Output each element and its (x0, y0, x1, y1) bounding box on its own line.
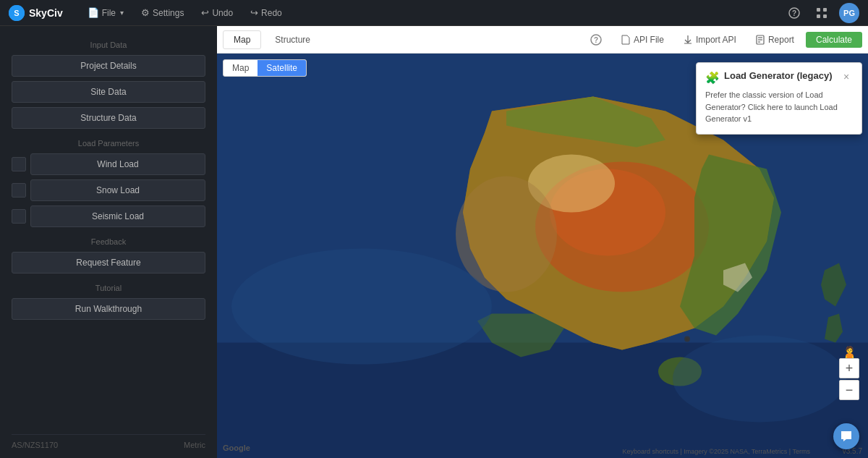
map-help-button[interactable]: ? (583, 31, 609, 48)
chat-widget[interactable] (833, 423, 859, 449)
svg-text:Google: Google (223, 444, 250, 452)
structure-data-button[interactable]: Structure Data (12, 107, 205, 129)
api-file-button[interactable]: API File (613, 32, 671, 48)
nav-settings-label: Settings (153, 8, 184, 18)
report-label: Report (768, 35, 794, 45)
puzzle-icon: 🧩 (705, 71, 720, 85)
topbar-nav: 📄 File ▾ ⚙ Settings ↩ Undo ↪ Redo (80, 4, 784, 21)
popup-body-text: Prefer the classic version of Load Gener… (705, 90, 838, 123)
main-area: Input Data Project Details Site Data Str… (0, 26, 868, 458)
sidebar: Input Data Project Details Site Data Str… (0, 26, 217, 458)
request-feature-button[interactable]: Request Feature (12, 252, 205, 273)
tab-map[interactable]: Map (223, 30, 261, 49)
nav-file-label: File (102, 8, 116, 18)
map-copyright: Keyboard shortcuts | Imagery ©2025 NASA,… (622, 448, 810, 455)
nav-undo[interactable]: ↩ Undo (194, 4, 240, 21)
logo-icon: S (9, 5, 25, 21)
svg-text:?: ? (594, 36, 598, 44)
redo-icon: ↪ (250, 7, 258, 18)
standard-label: AS/NZS1170 (12, 441, 58, 449)
project-details-button[interactable]: Project Details (12, 55, 205, 77)
snow-load-checkbox[interactable] (12, 183, 26, 198)
svg-rect-4 (817, 8, 820, 12)
nav-redo-label: Redo (261, 8, 282, 18)
svg-point-30 (673, 336, 846, 423)
logo[interactable]: S SkyCiv (9, 5, 63, 21)
seismic-load-checkbox[interactable] (12, 209, 26, 224)
apps-button[interactable] (812, 3, 832, 23)
avatar-text: PG (843, 9, 855, 17)
import-api-label: Import API (696, 35, 736, 45)
svg-point-24 (456, 177, 557, 292)
calculate-button[interactable]: Calculate (806, 32, 862, 48)
tab-structure[interactable]: Structure (264, 30, 321, 49)
tutorial-label: Tutorial (12, 284, 205, 292)
wind-load-button[interactable]: Wind Load (30, 153, 205, 175)
seismic-load-row: Seismic Load (12, 205, 205, 227)
topbar-right: ? PG (784, 3, 859, 23)
site-data-button[interactable]: Site Data (12, 81, 205, 103)
svg-rect-7 (823, 14, 827, 18)
file-icon: 📄 (88, 7, 99, 18)
logo-text: SkyCiv (29, 7, 63, 19)
svg-rect-6 (817, 14, 820, 18)
map-top-right: ? API File Import API Report Calculate (583, 31, 862, 48)
google-watermark: Google (223, 442, 259, 455)
svg-point-29 (231, 249, 492, 365)
run-walkthrough-button[interactable]: Run Walkthrough (12, 298, 205, 320)
sidebar-bottom: AS/NZS1170 Metric (12, 434, 205, 449)
view-satellite-button[interactable]: Satellite (258, 60, 306, 76)
popup-title: Load Generator (legacy) (724, 70, 835, 81)
zoom-controls: + − (839, 358, 859, 400)
zoom-in-button[interactable]: + (839, 358, 859, 378)
import-api-button[interactable]: Import API (676, 32, 744, 48)
map-container: Map Structure ? API File Import API (217, 26, 868, 458)
undo-icon: ↩ (201, 7, 209, 18)
api-file-label: API File (634, 35, 664, 45)
nav-settings[interactable]: ⚙ Settings (134, 4, 191, 21)
seismic-load-button[interactable]: Seismic Load (30, 205, 205, 227)
wind-load-checkbox[interactable] (12, 157, 26, 171)
view-map-button[interactable]: Map (224, 60, 258, 76)
settings-icon: ⚙ (141, 7, 150, 18)
input-data-label: Input Data (12, 41, 205, 49)
popup-header: 🧩 Load Generator (legacy) × (705, 70, 853, 85)
map-topbar: Map Structure ? API File Import API (217, 26, 868, 54)
snow-load-button[interactable]: Snow Load (30, 179, 205, 201)
load-generator-popup: 🧩 Load Generator (legacy) × Prefer the c… (696, 62, 862, 135)
help-button[interactable]: ? (784, 3, 804, 23)
snow-load-row: Snow Load (12, 179, 205, 201)
zoom-out-button[interactable]: − (839, 380, 859, 400)
wind-load-row: Wind Load (12, 153, 205, 175)
load-parameters-label: Load Parameters (12, 139, 205, 148)
close-icon: × (843, 71, 849, 82)
topbar: S SkyCiv 📄 File ▾ ⚙ Settings ↩ Undo ↪ Re… (0, 0, 868, 26)
map-view-switcher: Map Satellite (223, 59, 307, 77)
nav-file[interactable]: 📄 File ▾ (80, 4, 131, 21)
svg-point-32 (686, 338, 689, 341)
svg-text:?: ? (792, 9, 796, 17)
file-chevron-icon: ▾ (120, 9, 124, 17)
nav-undo-label: Undo (212, 8, 233, 18)
svg-rect-5 (823, 8, 827, 12)
popup-close-button[interactable]: × (840, 70, 853, 83)
report-button[interactable]: Report (748, 32, 801, 48)
nav-redo[interactable]: ↪ Redo (243, 4, 289, 21)
unit-label: Metric (184, 441, 205, 449)
popup-body: Prefer the classic version of Load Gener… (705, 89, 853, 125)
user-avatar[interactable]: PG (839, 3, 859, 23)
feedback-label: Feedback (12, 237, 205, 246)
svg-text:S: S (14, 9, 19, 17)
